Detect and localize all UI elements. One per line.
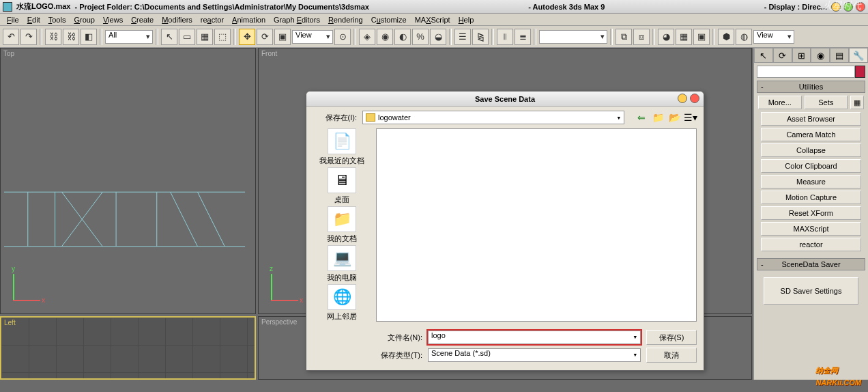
menu-rendering[interactable]: Rendering <box>326 16 366 24</box>
dialog-close-button[interactable] <box>690 94 699 103</box>
menu-help[interactable]: Help <box>456 16 477 24</box>
sd-saver-settings-button[interactable]: SD Saver Settings <box>764 277 858 305</box>
place-recent[interactable]: 📄我最近的文档 <box>319 128 364 166</box>
title-app: - Autodesk 3ds Max 9 <box>528 3 605 11</box>
menu-animation[interactable]: Animation <box>229 16 268 24</box>
bind-button[interactable]: ◧ <box>81 29 97 45</box>
layers-button[interactable]: ≣ <box>515 29 531 45</box>
wireframe-geo <box>1 171 255 267</box>
move-button[interactable]: ✥ <box>239 29 255 45</box>
place-network[interactable]: 🌐网上邻居 <box>327 284 357 322</box>
view-menu-icon[interactable]: ☰▾ <box>684 111 697 124</box>
color-clipboard-button[interactable]: Color Clipboard <box>761 159 861 173</box>
file-list-pane[interactable] <box>376 128 697 322</box>
redo-button[interactable]: ↷ <box>20 29 37 45</box>
percent-snap-button[interactable]: % <box>412 29 429 45</box>
angle-snap-button[interactable]: ◐ <box>394 29 411 45</box>
window-crossing-button[interactable]: ⬚ <box>214 29 231 45</box>
render-button[interactable]: ▣ <box>693 29 710 45</box>
named-sel-combo[interactable] <box>539 30 607 44</box>
new-folder-icon[interactable]: 📂 <box>668 111 680 124</box>
dialog-title: Save Scene Data <box>475 95 535 103</box>
place-mycomputer[interactable]: 💻我的电脑 <box>327 245 357 283</box>
utilities-tab[interactable]: 🔧 <box>849 48 868 63</box>
menu-reactor[interactable]: reactor <box>198 16 227 24</box>
undo-button[interactable]: ↶ <box>3 29 19 45</box>
reset-xform-button[interactable]: Reset XForm <box>761 206 861 220</box>
refcoord-combo[interactable]: View <box>292 30 333 44</box>
dialog-minimize-button[interactable] <box>678 94 687 103</box>
rotate-button[interactable]: ⟳ <box>257 29 273 45</box>
save-button[interactable]: 保存(S) <box>646 330 697 345</box>
modify-tab[interactable]: ⟳ <box>773 48 792 63</box>
viewport-label-persp: Perspective <box>261 318 297 326</box>
viewport-label-left: Left <box>4 319 16 326</box>
menu-customize[interactable]: Customize <box>368 16 409 24</box>
menu-create[interactable]: Create <box>128 16 156 24</box>
reactor-button[interactable]: reactor <box>761 238 861 251</box>
asset-browser-button[interactable]: Asset Browser <box>761 112 861 126</box>
link-button[interactable]: ⛓ <box>45 29 61 45</box>
camera-match-button[interactable]: Camera Match <box>761 128 861 141</box>
select-button[interactable]: ↖ <box>161 29 177 45</box>
title-bar: 水流LOGO.max - Project Folder: C:\Document… <box>0 0 868 14</box>
collapse-button[interactable]: Collapse <box>761 143 861 157</box>
motion-tab[interactable]: ◉ <box>811 48 830 63</box>
menu-file[interactable]: File <box>4 16 22 24</box>
object-name-input[interactable] <box>757 66 855 78</box>
sets-button[interactable]: Sets <box>805 96 848 109</box>
select-region-button[interactable]: ▦ <box>197 29 213 45</box>
command-panel: ↖ ⟳ ⊞ ◉ ▤ 🔧 -Utilities More... Sets ▦ As… <box>753 48 868 380</box>
menu-maxscript[interactable]: MAXScript <box>412 16 453 24</box>
place-desktop[interactable]: 🖥桌面 <box>328 167 356 205</box>
motion-capture-button[interactable]: Motion Capture <box>761 191 861 204</box>
object-color-swatch[interactable] <box>855 66 865 78</box>
unlink-button[interactable]: ⛓̷ <box>63 29 79 45</box>
snap-button[interactable]: ◉ <box>377 29 393 45</box>
render-last-button[interactable]: ◍ <box>736 29 752 45</box>
menu-edit[interactable]: Edit <box>25 16 43 24</box>
cancel-button[interactable]: 取消 <box>646 348 697 363</box>
menu-tools[interactable]: Tools <box>46 16 69 24</box>
viewport-left[interactable]: Left <box>0 316 256 380</box>
selection-filter-combo[interactable]: All <box>105 30 153 44</box>
scale-button[interactable]: ▣ <box>274 29 291 45</box>
config-icon[interactable]: ▦ <box>850 96 864 109</box>
display-tab[interactable]: ▤ <box>830 48 849 63</box>
material-button[interactable]: ◕ <box>658 29 674 45</box>
menu-modifiers[interactable]: Modifiers <box>159 16 195 24</box>
menu-views[interactable]: Views <box>100 16 126 24</box>
create-tab[interactable]: ↖ <box>754 48 773 63</box>
mirror-button[interactable]: ⧎ <box>472 29 489 45</box>
maxscript-button[interactable]: MAXScript <box>761 222 861 236</box>
filetype-combo[interactable]: Scene Data (*.sd) <box>428 348 641 362</box>
hierarchy-tab[interactable]: ⊞ <box>792 48 811 63</box>
select-name-button[interactable]: ▭ <box>179 29 195 45</box>
watermark-top: 火星时代 <box>823 0 861 12</box>
render-view-combo[interactable]: View <box>753 30 794 44</box>
menu-group[interactable]: Group <box>71 16 98 24</box>
place-mydocs[interactable]: 📁我的文档 <box>327 206 357 244</box>
filetype-label: 保存类型(T): <box>376 350 422 361</box>
manipulate-button[interactable]: ◈ <box>359 29 375 45</box>
render-scene-button[interactable]: ▦ <box>676 29 692 45</box>
filename-input[interactable]: logo <box>428 331 641 344</box>
utilities-rollout-header[interactable]: -Utilities <box>757 81 865 93</box>
pivot-button[interactable]: ⊙ <box>334 29 351 45</box>
named-sel-button[interactable]: ☰ <box>454 29 471 45</box>
viewport-top[interactable]: Top y x <box>0 48 256 314</box>
align-button[interactable]: ⫴ <box>497 29 513 45</box>
quick-render-button[interactable]: ⬢ <box>718 29 734 45</box>
spinner-snap-button[interactable]: ◒ <box>430 29 446 45</box>
scenedata-rollout-header[interactable]: -SceneData Saver <box>757 258 865 270</box>
schematic-button[interactable]: ⧈ <box>633 29 650 45</box>
curve-editor-button[interactable]: ⧉ <box>616 29 632 45</box>
measure-button[interactable]: Measure <box>761 175 861 188</box>
back-icon[interactable]: ⇐ <box>635 111 648 124</box>
menu-grapheditors[interactable]: Graph Editors <box>271 16 323 24</box>
more-button[interactable]: More... <box>758 96 802 109</box>
dialog-title-bar[interactable]: Save Scene Data <box>306 92 704 107</box>
save-in-combo[interactable]: logowater <box>362 111 624 124</box>
watermark-bottom: 纳金网 NARKii.COM <box>815 363 861 388</box>
up-icon[interactable]: 📁 <box>652 111 664 124</box>
